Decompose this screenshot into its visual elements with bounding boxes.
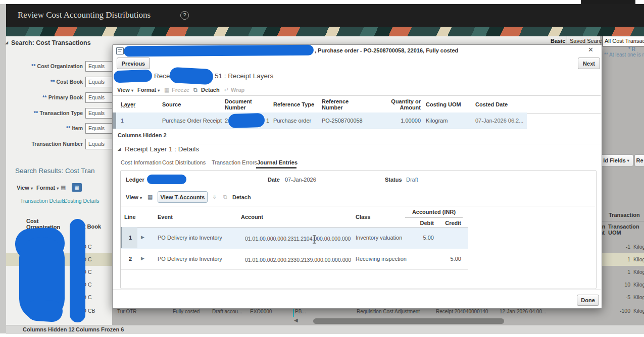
- banner-artwork: [6, 27, 644, 36]
- app-window: Review Cost Accounting Distributions ? ◢…: [0, 0, 644, 337]
- status-label: Status: [385, 177, 402, 183]
- receipt-layers-heading-post: 51 : Receipt Layers: [215, 72, 273, 80]
- col-header-costing-uom[interactable]: Costing UOM: [426, 101, 461, 107]
- add-fields-button[interactable]: ld Fields ▾: [599, 154, 633, 166]
- detach-icon[interactable]: ⧉: [223, 194, 227, 200]
- row-expand-arrow-icon[interactable]: ▶: [141, 256, 144, 261]
- journal-entries-panel: Ledger Date 07-Jan-2026 Status Draft Vie…: [120, 170, 597, 289]
- layers-format-menu[interactable]: Format ▾: [137, 87, 160, 93]
- results-view-menu[interactable]: View ▾: [17, 185, 33, 191]
- detach-label[interactable]: Detach: [201, 87, 220, 93]
- detach-icon[interactable]: ⧉: [193, 87, 197, 93]
- credit-cell: 5.00: [431, 256, 461, 262]
- layers-columns-hidden: Columns Hidden 2: [118, 132, 167, 138]
- wrap-icon: ↵: [224, 87, 229, 93]
- col-header-debit[interactable]: Debit: [404, 220, 434, 226]
- wrap-label: Wrap: [231, 87, 244, 93]
- bg-row-cell: Fully costed: [173, 309, 200, 314]
- required-marker: **: [66, 125, 71, 131]
- done-button[interactable]: Done: [577, 295, 599, 306]
- col-header-costed-date[interactable]: Costed Date: [475, 101, 508, 107]
- ledger-label: Ledger: [126, 177, 144, 183]
- divider: [121, 206, 595, 206]
- close-icon[interactable]: ✕: [588, 46, 593, 53]
- layers-view-menu[interactable]: View ▾: [117, 87, 133, 93]
- bg-row-cell: Draft accou...: [212, 309, 242, 314]
- class-cell: Receiving inspection: [356, 256, 407, 262]
- redaction-blob: [70, 219, 85, 322]
- reference-number-cell: PO-2508700058: [322, 118, 363, 124]
- journal-detach-label[interactable]: Detach: [232, 194, 251, 200]
- view-t-accounts-button[interactable]: View T-Accounts: [158, 191, 208, 203]
- query-by-example-icon[interactable]: ▦: [147, 194, 153, 200]
- columns-hidden-label: Columns Hidden 12: [23, 326, 75, 332]
- reorder-button[interactable]: Re: [634, 154, 644, 166]
- tab-cost-information[interactable]: Cost Information: [121, 159, 162, 165]
- transaction-dialog: , Purchase order - PO-2508700058, 22016,…: [112, 44, 602, 309]
- redaction-blob-document: [228, 113, 265, 128]
- transaction-details-link[interactable]: Transaction Details: [20, 198, 65, 204]
- field-label-item: Item: [72, 125, 83, 131]
- divider: [600, 221, 644, 221]
- chevron-down-icon: ▾: [57, 186, 59, 191]
- details-expand-icon[interactable]: ◢: [118, 147, 121, 151]
- costing-details-link[interactable]: Costing Details: [64, 198, 100, 204]
- text-cursor: [312, 235, 317, 244]
- field-label-transaction-type: Transaction Type: [39, 110, 83, 116]
- page-header: Review Cost Accounting Distributions ?: [6, 4, 644, 27]
- next-button[interactable]: Next: [578, 58, 600, 69]
- chevron-down-icon: ▾: [131, 88, 133, 93]
- col-header-line[interactable]: Line: [124, 214, 136, 220]
- freeze-toggle-icon[interactable]: ▦: [72, 183, 82, 192]
- col-header-transaction-uom[interactable]: Transaction UOM: [608, 223, 644, 236]
- redaction-blob-title: [124, 45, 314, 57]
- col-header-event[interactable]: Event: [158, 214, 173, 220]
- results-format-menu[interactable]: Format ▾: [36, 185, 59, 191]
- basic-button[interactable]: Basic: [551, 38, 565, 44]
- transaction-amount-cell: 10: [606, 282, 630, 288]
- bg-row-cell: Tur OTR: [117, 309, 137, 314]
- col-header-credit[interactable]: Credit: [431, 220, 461, 226]
- transaction-amount-cell: 1: [606, 269, 630, 275]
- tab-journal-entries[interactable]: Journal Entries: [257, 159, 298, 165]
- results-heading: Search Results: Cost Tran: [15, 167, 112, 176]
- left-edge-strip: [0, 4, 6, 333]
- field-label-primary-book: Primary Book: [48, 94, 83, 100]
- transaction-amount-cell: -1: [606, 244, 630, 250]
- col-header-class[interactable]: Class: [356, 214, 370, 220]
- saved-search-select[interactable]: All Cost Transactio: [602, 36, 644, 46]
- required-marker: **: [51, 79, 55, 85]
- col-header-reference-type[interactable]: Reference Type: [273, 101, 314, 107]
- redaction-blob-ledger: [147, 175, 186, 184]
- journal-view-menu[interactable]: View ▾: [126, 194, 142, 200]
- top-strip: [0, 0, 644, 4]
- col-header-quantity-or-amount[interactable]: Quantity or Amount: [375, 98, 421, 110]
- horizontal-scrollbar-thumb[interactable]: [313, 318, 504, 324]
- tab-cost-distributions[interactable]: Cost Distributions: [162, 159, 206, 165]
- scroll-left-arrow-icon[interactable]: ◀: [294, 317, 298, 323]
- chevron-down-icon: ▾: [140, 196, 142, 200]
- col-header-reference-number[interactable]: Reference Number: [322, 98, 353, 110]
- costing-uom-cell: Kilogram: [426, 118, 448, 124]
- search-panel-heading: Search: Cost Transactions: [11, 39, 91, 46]
- event-cell: PO Delivery into Inventory: [158, 256, 222, 262]
- search-expand-icon[interactable]: ◢: [5, 40, 8, 45]
- bg-row-cell: Receipt 204040000140: [436, 309, 488, 314]
- row-expand-arrow-icon[interactable]: ▶: [141, 235, 144, 240]
- source-cell: Purchase Order Receipt: [162, 118, 222, 124]
- account-cell: 01.01.00.002.000.2330.2139.000.00.000.00…: [245, 257, 351, 263]
- query-by-example-icon[interactable]: ▦: [61, 184, 66, 191]
- col-header-account[interactable]: Account: [241, 214, 263, 220]
- required-marker: **: [42, 94, 47, 100]
- col-header-document-number[interactable]: Document Number: [225, 98, 256, 110]
- dialog-title: , Purchase order - PO-2508700058, 22016,…: [315, 47, 458, 53]
- event-cell: PO Delivery into Inventory: [158, 235, 222, 241]
- col-header-source[interactable]: Source: [162, 101, 181, 107]
- transaction-uom-cell: Kilogram: [633, 244, 644, 250]
- col-header-layer[interactable]: Layer: [121, 101, 135, 108]
- freeze-icon: ▦: [164, 87, 169, 93]
- previous-button[interactable]: Previous: [117, 58, 150, 69]
- tab-transaction-errors[interactable]: Transaction Errors: [212, 159, 257, 165]
- bg-row-cell: EXO0000: [250, 309, 272, 314]
- help-icon[interactable]: ?: [180, 11, 189, 20]
